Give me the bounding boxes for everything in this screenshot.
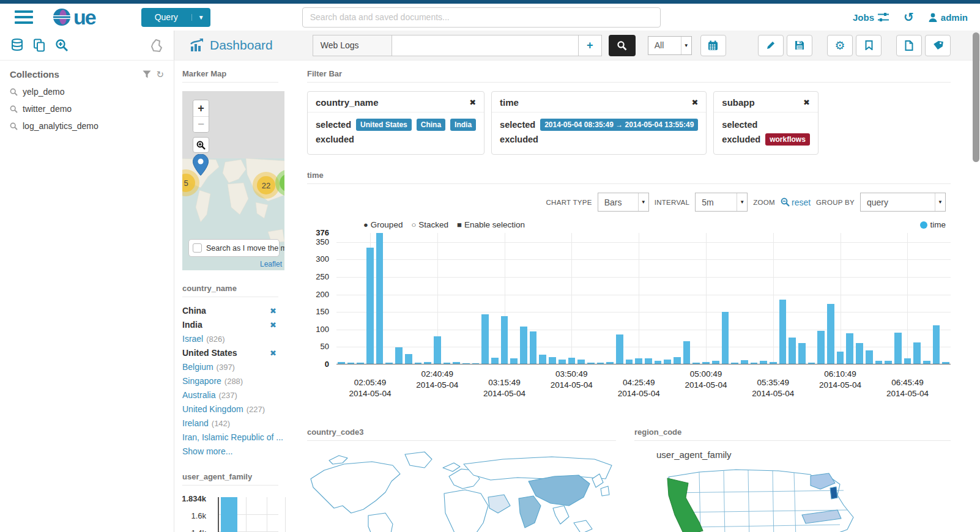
time-bar[interactable]	[539, 355, 546, 364]
time-bar[interactable]	[347, 363, 355, 364]
filter-badge[interactable]: China	[417, 119, 445, 131]
close-icon[interactable]: ✖	[452, 98, 476, 107]
facet-value-label[interactable]: Iran, Islamic Republic of ...	[182, 432, 283, 442]
time-bar[interactable]	[587, 363, 595, 364]
facet-value-label[interactable]: Israel	[182, 334, 203, 344]
collection-item[interactable]: yelp_demo	[10, 87, 164, 97]
search-button[interactable]	[609, 35, 636, 56]
remove-facet-icon[interactable]: ✖	[270, 349, 278, 358]
time-bar[interactable]	[664, 360, 671, 364]
time-bar[interactable]	[385, 363, 393, 364]
collections-database-icon[interactable]	[11, 39, 23, 52]
remove-facet-icon[interactable]: ✖	[270, 306, 278, 316]
time-bar[interactable]	[462, 363, 470, 364]
tag-button[interactable]	[925, 35, 951, 56]
time-bar[interactable]	[866, 350, 873, 364]
refresh-icon[interactable]: ↻	[156, 70, 164, 78]
time-bar[interactable]	[357, 363, 364, 364]
time-bar[interactable]	[674, 357, 681, 364]
time-bar[interactable]	[635, 358, 642, 364]
time-bar[interactable]	[395, 347, 403, 364]
time-bar[interactable]	[491, 358, 499, 364]
close-icon[interactable]: ✖	[786, 98, 810, 107]
time-bar[interactable]	[366, 248, 374, 364]
time-bar[interactable]	[549, 357, 556, 364]
time-bar[interactable]	[444, 363, 451, 364]
time-bar[interactable]	[846, 333, 853, 364]
enable-selection-checkbox[interactable]: ■ Enable selection	[457, 220, 525, 229]
us-gradient-map[interactable]	[656, 466, 901, 532]
facet-value-label[interactable]: Ireland	[182, 418, 209, 428]
save-button[interactable]	[787, 35, 812, 56]
time-bar[interactable]	[741, 360, 748, 364]
time-bar[interactable]	[626, 360, 633, 364]
user-menu[interactable]: admin	[929, 12, 968, 23]
time-bar[interactable]	[616, 334, 623, 364]
map-search-checkbox[interactable]	[193, 243, 202, 253]
time-bar[interactable]	[559, 360, 566, 364]
hue-logo[interactable]: ue	[51, 7, 95, 28]
time-bar[interactable]	[779, 300, 787, 364]
facet-value-label[interactable]: Singapore	[182, 376, 221, 386]
time-bar[interactable]	[712, 361, 719, 364]
collection-item[interactable]: log_analytics_demo	[10, 121, 164, 131]
jobs-link[interactable]: Jobs	[853, 12, 889, 23]
timespan-select[interactable]: All ▼	[648, 36, 692, 55]
time-bar[interactable]	[481, 314, 489, 364]
zoom-reset-link[interactable]: reset	[781, 198, 811, 207]
time-bar[interactable]	[655, 361, 662, 364]
user-agent-bar[interactable]	[221, 497, 237, 532]
world-gradient-map[interactable]	[307, 449, 616, 532]
time-bar[interactable]	[453, 362, 460, 364]
chart-type-select[interactable]: Bars ▼	[598, 193, 649, 212]
add-filter-button[interactable]: +	[579, 35, 602, 56]
remove-facet-icon[interactable]: ✖	[270, 320, 278, 330]
time-bar[interactable]	[808, 363, 815, 364]
query-split-button[interactable]: Query ▼	[141, 8, 210, 27]
show-more-link[interactable]: Show more...	[182, 446, 278, 456]
time-bar[interactable]	[894, 333, 902, 364]
new-document-button[interactable]	[896, 35, 922, 56]
time-bar[interactable]	[904, 358, 911, 364]
time-bar[interactable]	[913, 342, 921, 364]
stacked-radio[interactable]: ○ Stacked	[411, 220, 448, 229]
filter-badge[interactable]: India	[450, 119, 476, 131]
time-bar[interactable]	[683, 341, 691, 364]
dashboard-query-input[interactable]	[392, 35, 579, 56]
time-bar[interactable]	[424, 362, 431, 364]
time-bar[interactable]	[568, 358, 576, 364]
time-bar[interactable]	[338, 362, 345, 364]
time-bar[interactable]	[577, 360, 585, 364]
time-bar[interactable]	[789, 338, 796, 364]
time-bar[interactable]	[933, 325, 940, 364]
time-bar[interactable]	[520, 327, 527, 364]
time-bar[interactable]	[530, 331, 537, 364]
edit-button[interactable]	[758, 35, 784, 56]
settings-button[interactable]: ⚙	[827, 35, 853, 56]
time-bar[interactable]	[827, 304, 834, 364]
facet-value-label[interactable]: United Kingdom	[182, 404, 243, 414]
collection-item[interactable]: twitter_demo	[10, 104, 164, 114]
time-bar[interactable]	[722, 312, 729, 364]
time-bar[interactable]	[472, 363, 480, 364]
time-bar[interactable]	[501, 316, 508, 364]
documents-copy-icon[interactable]	[33, 39, 45, 52]
time-bar[interactable]	[770, 362, 777, 364]
hamburger-menu-icon[interactable]	[15, 10, 33, 24]
map-zoom-out-button[interactable]: −	[193, 116, 209, 132]
drag-widget-icon[interactable]	[150, 39, 163, 52]
facet-value-label[interactable]: Australia	[182, 390, 215, 400]
time-bar[interactable]	[942, 362, 949, 364]
filter-badge[interactable]: United States	[356, 119, 412, 131]
group-by-select[interactable]: query ▼	[860, 193, 946, 212]
map-zoom-in-button[interactable]: +	[193, 100, 209, 116]
time-bar[interactable]	[415, 363, 422, 364]
time-bar[interactable]	[837, 352, 844, 364]
leaflet-attribution-link[interactable]: Leaflet	[260, 260, 282, 268]
zoom-in-icon[interactable]	[55, 39, 69, 52]
time-bar[interactable]	[606, 362, 614, 364]
time-bar[interactable]	[875, 361, 883, 364]
time-bar[interactable]	[645, 358, 652, 364]
facet-value-label[interactable]: Belgium	[182, 362, 213, 372]
map-zoom-area-button[interactable]	[193, 137, 209, 153]
